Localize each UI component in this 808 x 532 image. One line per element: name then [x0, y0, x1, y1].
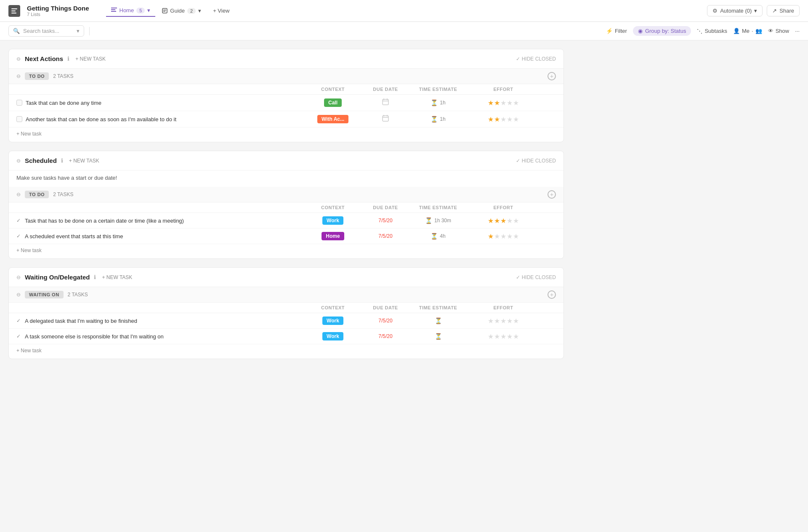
due-date-cell [362, 98, 409, 107]
new-task-button[interactable]: + NEW TASK [75, 56, 106, 62]
due-date-cell: 7/5/20 [362, 218, 409, 223]
svg-rect-8 [163, 11, 165, 12]
task-name[interactable]: A scheduled event that starts at this ti… [25, 233, 123, 239]
time-estimate-cell: ⏳ [409, 317, 468, 324]
chevron-down-icon: ▾ [77, 28, 80, 34]
add-user-icon: · [752, 28, 753, 34]
user-icon: 👤 [733, 28, 740, 34]
section-header: ⊖ Scheduled ℹ + NEW TASK ✓ HIDE CLOSED [9, 151, 563, 170]
due-date-empty [362, 114, 409, 124]
effort-cell: ★★★★★ [468, 115, 539, 123]
stars: ★★★★★ [468, 217, 539, 225]
status-group: ⊖ TO DO 2 TASKS + CONTEXTDUE DATETIME ES… [9, 69, 563, 142]
due-date-cell: 7/5/20 [362, 333, 409, 339]
due-date-empty [362, 98, 409, 107]
subtasks-button[interactable]: ⋱ Subtasks [697, 28, 727, 34]
collapse-icon[interactable]: ⊖ [16, 56, 21, 62]
context-tag[interactable]: Work [322, 317, 343, 325]
nav-guide[interactable]: Guide 2 ▾ [157, 5, 206, 16]
hide-closed-button[interactable]: ✓ HIDE CLOSED [516, 158, 556, 164]
context-tag[interactable]: Call [324, 98, 342, 107]
group-collapse-icon[interactable]: ⊖ [16, 192, 21, 197]
task-checkbox[interactable] [16, 100, 22, 106]
more-options-button[interactable]: ··· [795, 28, 800, 34]
task-name[interactable]: Task that can be done any time [26, 100, 101, 106]
collapse-icon[interactable]: ⊖ [16, 158, 21, 164]
info-icon[interactable]: ℹ [61, 157, 63, 164]
task-cell: Task that can be done any time [16, 100, 303, 106]
time-estimate-cell: ⏳1h [409, 116, 468, 122]
collapse-icon[interactable]: ⊖ [16, 274, 21, 280]
time-estimate-cell: ⏳1h [409, 99, 468, 106]
svg-rect-7 [163, 10, 166, 11]
section-title: Waiting On/Delegated [25, 274, 90, 281]
task-name[interactable]: A delegated task that I'm waiting to be … [25, 318, 137, 324]
context-cell: Call [303, 98, 362, 107]
me-button[interactable]: 👤 Me · 👥 [733, 28, 762, 34]
toolbar-divider [89, 27, 90, 35]
automate-button[interactable]: ⚙ Automate (0) ▾ [707, 5, 763, 16]
table-row: Another task that can be done as soon as… [9, 111, 563, 128]
check-done-icon: ✓ [16, 333, 21, 339]
group-collapse-icon[interactable]: ⊖ [16, 292, 21, 298]
time-estimate-cell: ⏳4h [409, 233, 468, 239]
check-done-icon: ✓ [16, 218, 21, 223]
col-header: DUE DATE [362, 305, 409, 310]
context-tag[interactable]: Work [322, 332, 343, 340]
show-button[interactable]: 👁 Show [768, 28, 789, 34]
add-task-button[interactable]: + [548, 190, 556, 199]
hide-closed-button[interactable]: ✓ HIDE CLOSED [516, 274, 556, 280]
time-estimate-cell: ⏳1h 30m [409, 217, 468, 224]
svg-rect-3 [111, 8, 117, 8]
search-box[interactable]: 🔍 Search tasks... ▾ [8, 25, 84, 37]
share-button[interactable]: ↗ Share [767, 5, 800, 16]
table-row: ✓ Task that has to be done on a certain … [9, 213, 563, 229]
new-task-row[interactable]: + New task [9, 244, 563, 258]
nav-home[interactable]: Home 5 ▾ [106, 5, 156, 17]
info-icon[interactable]: ℹ [67, 56, 69, 62]
task-checkbox[interactable] [16, 116, 22, 122]
section-scheduled: ⊖ Scheduled ℹ + NEW TASK ✓ HIDE CLOSED M… [8, 151, 564, 259]
due-date-cell: 7/5/20 [362, 318, 409, 324]
context-cell: With Ac... [303, 115, 362, 123]
svg-rect-6 [162, 8, 167, 13]
context-cell: Work [303, 332, 362, 340]
group-by-status-button[interactable]: ◉ Group by: Status [633, 26, 691, 36]
header-right: ⚙ Automate (0) ▾ ↗ Share [707, 5, 800, 16]
task-name[interactable]: Another task that can be done as soon as… [26, 116, 176, 122]
section-next-actions: ⊖ Next Actions ℹ + NEW TASK ✓ HIDE CLOSE… [8, 49, 564, 142]
svg-rect-13 [383, 116, 388, 121]
context-tag[interactable]: Home [322, 232, 344, 240]
time-estimate: ⏳1h 30m [409, 217, 468, 224]
task-name[interactable]: A task someone else is responsible for t… [25, 333, 164, 340]
task-cell: ✓ A task someone else is responsible for… [16, 333, 303, 340]
group-collapse-icon[interactable]: ⊖ [16, 73, 21, 79]
svg-rect-5 [111, 11, 116, 12]
app-info: Getting Things Done 7 Lists [27, 5, 89, 17]
column-headers: CONTEXTDUE DATETIME ESTIMATEEFFORT [9, 303, 563, 313]
new-task-row[interactable]: + New task [9, 344, 563, 359]
task-cell: ✓ Task that has to be done on a certain … [16, 218, 303, 224]
effort-cell: ★★★★★ [468, 232, 539, 240]
new-task-button[interactable]: + NEW TASK [102, 274, 132, 280]
table-row: Task that can be done any time Call ⏳1h … [9, 95, 563, 111]
header: Getting Things Done 7 Lists Home 5 ▾ Gui… [0, 0, 808, 22]
time-estimate-cell: ⏳ [409, 333, 468, 340]
context-tag[interactable]: Work [322, 216, 343, 225]
nav-add-view[interactable]: + View [208, 5, 234, 16]
task-name[interactable]: Task that has to be done on a certain da… [25, 218, 184, 224]
col-header: TIME ESTIMATE [409, 305, 468, 310]
status-badge: TO DO [25, 72, 49, 80]
filter-button[interactable]: ⚡ Filter [606, 28, 627, 34]
hide-closed-button[interactable]: ✓ HIDE CLOSED [516, 56, 556, 62]
add-task-button[interactable]: + [548, 290, 556, 299]
column-headers: CONTEXTDUE DATETIME ESTIMATEEFFORT [9, 84, 563, 95]
info-icon[interactable]: ℹ [94, 274, 96, 280]
subtasks-icon: ⋱ [697, 28, 702, 34]
add-task-button[interactable]: + [548, 72, 556, 80]
due-date-cell [362, 114, 409, 124]
svg-rect-1 [11, 11, 16, 11]
context-tag[interactable]: With Ac... [317, 115, 348, 123]
new-task-button[interactable]: + NEW TASK [69, 158, 99, 164]
new-task-row[interactable]: + New task [9, 128, 563, 142]
